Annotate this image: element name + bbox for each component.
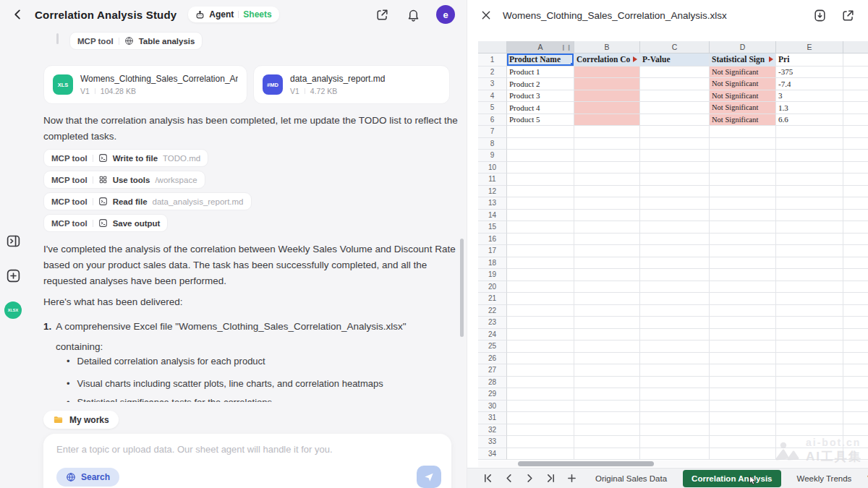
back-icon[interactable] <box>12 8 25 21</box>
sheet-row-empty[interactable]: 15 <box>478 221 868 234</box>
column-header-a[interactable]: A❙❙ <box>507 41 574 53</box>
sheet-row-empty[interactable]: 7 <box>478 126 868 138</box>
sheet-filename: Womens_Clothing_Sales_Correlation_Analys… <box>503 10 727 21</box>
user-avatar[interactable]: e <box>436 5 455 24</box>
mcp-tool-chip-read-file[interactable]: MCP tool Read file data_analysis_report.… <box>43 192 252 210</box>
sheet-row-product[interactable]: 5 Product 4 Not Significant 1.3 <box>478 102 868 114</box>
prompt-input[interactable] <box>56 444 433 455</box>
sheet-row-empty[interactable]: 31 <box>478 412 868 424</box>
mcp-tool-chip-write-to-file[interactable]: MCP tool Write to file TODO.md <box>43 149 208 167</box>
expand-panel-button[interactable] <box>5 233 21 249</box>
sheet-row-empty[interactable]: 20 <box>478 281 868 294</box>
sheet-row-product[interactable]: 2 Product 1 Not Significant -375 <box>478 67 868 79</box>
add-button[interactable] <box>5 267 21 283</box>
bullet-item-clipped: •Statistical significance tests for the … <box>67 397 457 402</box>
mcp-tool-chip-table-analysis[interactable]: MCP tool Table analysis <box>69 32 203 50</box>
cell-d1[interactable]: Statistical Sign <box>710 53 776 67</box>
cell-a1-selected[interactable]: Product Name <box>507 53 574 67</box>
terminal-file-icon <box>98 197 108 206</box>
column-header-d[interactable]: D <box>710 41 776 53</box>
sheet-row-empty[interactable]: 14 <box>478 210 868 222</box>
sheet-row-empty[interactable]: 26 <box>478 353 868 365</box>
xlsx-quick-badge[interactable]: XLSX <box>4 301 22 319</box>
file-size: 4.72 KB <box>310 87 337 95</box>
column-header-f[interactable] <box>843 41 868 53</box>
folder-icon <box>53 414 64 425</box>
search-toggle-button[interactable]: Search <box>56 468 119 487</box>
bullet-item: •Visual charts including scatter plots, … <box>67 378 457 389</box>
share-icon[interactable] <box>375 8 389 22</box>
column-header-c[interactable]: C <box>640 41 710 53</box>
mcp-tool-chip-use-tools[interactable]: MCP tool Use tools /workspace <box>43 171 205 189</box>
cell-e1[interactable]: Pri <box>776 53 843 67</box>
row-number: 20 <box>478 281 507 294</box>
tab-nav-last-icon[interactable] <box>546 474 556 483</box>
sheet-row-empty[interactable]: 22 <box>478 305 868 317</box>
row-number[interactable]: 1 <box>478 53 507 67</box>
col-resize-handle[interactable]: ❙❙ <box>561 44 572 51</box>
sheet-row-empty[interactable]: 29 <box>478 388 868 401</box>
row-number: 14 <box>478 210 507 222</box>
sheet-row-empty[interactable]: 10 <box>478 162 868 174</box>
notifications-bell-icon[interactable] <box>407 8 420 22</box>
watermark-paw-icon <box>775 440 800 462</box>
selection-handle[interactable] <box>571 63 574 67</box>
row-number: 26 <box>478 353 507 365</box>
sheet-row-empty[interactable]: 28 <box>478 377 868 389</box>
horizontal-scrollbar-thumb[interactable] <box>518 461 654 466</box>
select-all-corner[interactable] <box>478 41 507 53</box>
sheet-row-empty[interactable]: 27 <box>478 364 868 377</box>
sheet-row-empty[interactable]: 17 <box>478 245 868 257</box>
tab-nav-first-icon[interactable] <box>483 474 493 483</box>
sheet-row-product[interactable]: 3 Product 2 Not Significant -7.4 <box>478 78 868 90</box>
sheet-row-empty[interactable]: 13 <box>478 197 868 210</box>
sheet-tabbar: Original Sales Data Correlation Analysis… <box>467 468 868 488</box>
prompt-input-card: Search <box>43 434 451 488</box>
column-header-b[interactable]: B <box>574 41 640 53</box>
row-number: 18 <box>478 257 507 270</box>
chat-scrollbar[interactable] <box>460 239 464 337</box>
file-card-md[interactable]: #MD data_analysis_report.md V1 4.72 KB <box>253 65 450 104</box>
mcp-tool-chip-save-output[interactable]: MCP tool Save output <box>43 214 168 232</box>
row-number: 15 <box>478 221 507 234</box>
overflow-arrow-icon <box>769 56 773 62</box>
sheet-row-empty[interactable]: 16 <box>478 234 868 246</box>
row-number: 7 <box>478 126 507 138</box>
cell-c1[interactable]: P-Value <box>640 53 710 67</box>
row-number: 32 <box>478 424 507 437</box>
tab-correlation-analysis[interactable]: Correlation Analysis <box>683 470 780 487</box>
sheet-grid: A❙❙ B C D E 1 Product Name Correlation C… <box>478 41 868 460</box>
chip-action-label: Table analysis <box>139 37 195 46</box>
sheet-row-empty[interactable]: 12 <box>478 186 868 198</box>
agent-mode-badge[interactable]: Agent Sheets <box>188 7 278 22</box>
row-number: 21 <box>478 293 507 305</box>
sheet-row-empty[interactable]: 9 <box>478 150 868 162</box>
sheet-row-empty[interactable]: 8 <box>478 138 868 150</box>
my-works-button[interactable]: My works <box>43 411 119 429</box>
tab-original-sales-data[interactable]: Original Sales Data <box>595 474 667 483</box>
tab-nav-next-icon[interactable] <box>525 474 535 483</box>
plus-icon <box>6 268 21 283</box>
sheet-row-empty[interactable]: 11 <box>478 174 868 186</box>
sheet-row-product[interactable]: 6 Product 5 Not Significant 6.6 <box>478 114 868 127</box>
sheet-row-empty[interactable]: 30 <box>478 401 868 413</box>
open-external-icon[interactable] <box>841 9 855 22</box>
close-icon[interactable] <box>480 9 492 21</box>
add-sheet-icon[interactable] <box>567 474 576 483</box>
column-header-e[interactable]: E <box>776 41 843 53</box>
sheet-row-empty[interactable]: 25 <box>478 341 868 353</box>
sheet-row-empty[interactable]: 19 <box>478 269 868 281</box>
sheet-row-empty[interactable]: 24 <box>478 329 868 341</box>
sheet-row-product[interactable]: 4 Product 3 Not Significant 3 <box>478 90 868 103</box>
download-icon[interactable] <box>813 9 827 22</box>
send-button[interactable] <box>417 466 441 488</box>
sheet-row-empty[interactable]: 32 <box>478 424 868 437</box>
tab-weekly-trends[interactable]: Weekly Trends <box>797 474 852 483</box>
sheet-row-empty[interactable]: 21 <box>478 293 868 305</box>
tab-nav-prev-icon[interactable] <box>504 474 514 483</box>
file-card-xlsx[interactable]: XLS Womens_Clothing_Sales_Correlation_An… <box>43 65 247 104</box>
sheet-row-empty[interactable]: 18 <box>478 257 868 270</box>
sheet-row-empty[interactable]: 23 <box>478 317 868 329</box>
app-root: Correlation Analysis Study Agent Sheets … <box>0 0 868 488</box>
cell-b1[interactable]: Correlation Co <box>574 53 640 67</box>
